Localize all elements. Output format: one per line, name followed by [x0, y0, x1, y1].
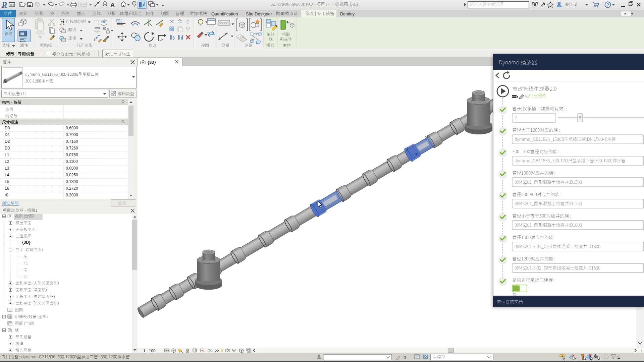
- svg-text:1: 1: [406, 146, 409, 151]
- svg-text:R: R: [1, 0, 7, 9]
- svg-text:?: ?: [606, 3, 609, 7]
- svg-text:A: A: [110, 2, 115, 8]
- svg-text:1: 1: [104, 2, 106, 5]
- svg-text:2: 2: [425, 136, 427, 140]
